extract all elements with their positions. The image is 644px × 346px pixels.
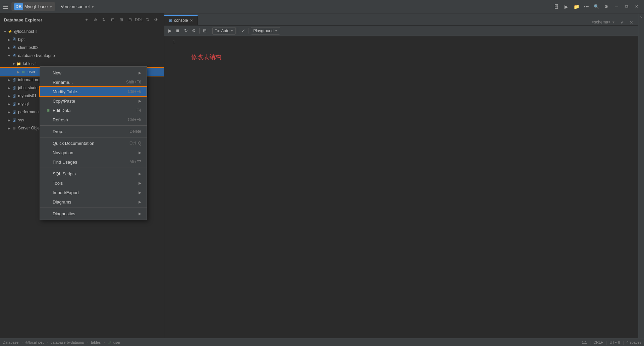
cm-nav-label: Navigation — [53, 150, 137, 155]
cm-modify-label: Modify Table... — [53, 89, 125, 94]
cm-item-tools[interactable]: Tools ▶ — [40, 178, 147, 188]
cm-refresh-shortcut: Ctrl+F5 — [128, 117, 141, 122]
cm-sql-label: SQL Scripts — [53, 171, 137, 176]
cm-sep1 — [40, 125, 147, 126]
cm-rename-shortcut: Shift+F6 — [126, 80, 141, 84]
context-menu: New ▶ Rename... Shift+F6 Modify Table...… — [40, 66, 147, 220]
cm-copy-arrow: ▶ — [139, 99, 141, 103]
cm-item-edit-data[interactable]: ⊞ Edit Data F4 — [40, 106, 147, 115]
cm-item-sql-scripts[interactable]: SQL Scripts ▶ — [40, 169, 147, 178]
cm-item-drop[interactable]: Drop... Delete — [40, 127, 147, 136]
cm-diag-label: Diagnostics — [53, 211, 137, 216]
cm-diagrams-label: Diagrams — [53, 199, 137, 205]
cm-find-shortcut: Alt+F7 — [129, 160, 141, 164]
cm-sep3 — [40, 168, 147, 168]
cm-item-modify-table[interactable]: Modify Table... Ctrl+F6 — [40, 87, 147, 96]
cm-quick-doc-shortcut: Ctrl+Q — [129, 141, 141, 146]
cm-item-diagrams[interactable]: Diagrams ▶ — [40, 197, 147, 207]
cm-item-import-export[interactable]: Import/Export ▶ — [40, 188, 147, 197]
cm-item-find-usages[interactable]: Find Usages Alt+F7 — [40, 157, 147, 167]
cm-sep2 — [40, 137, 147, 137]
cm-quick-doc-label: Quick Documentation — [53, 141, 127, 146]
context-menu-overlay: New ▶ Rename... Shift+F6 Modify Table...… — [0, 0, 644, 346]
cm-tools-label: Tools — [53, 181, 137, 186]
cm-diagrams-arrow: ▶ — [139, 200, 141, 204]
cm-sep4 — [40, 208, 147, 208]
cm-drop-shortcut: Delete — [129, 129, 141, 134]
cm-drop-label: Drop... — [53, 129, 127, 134]
cm-new-arrow: ▶ — [139, 71, 141, 75]
cm-item-refresh[interactable]: Refresh Ctrl+F5 — [40, 115, 147, 124]
cm-edit-icon: ⊞ — [45, 108, 51, 113]
cm-tools-arrow: ▶ — [139, 181, 141, 185]
cm-copy-label: Copy/Paste — [53, 99, 137, 104]
cm-nav-arrow: ▶ — [139, 151, 141, 155]
cm-rename-label: Rename... — [53, 80, 123, 85]
cm-item-rename[interactable]: Rename... Shift+F6 — [40, 77, 147, 87]
cm-refresh-label: Refresh — [53, 117, 125, 122]
cm-edit-label: Edit Data — [53, 108, 134, 113]
cm-import-label: Import/Export — [53, 190, 137, 195]
cm-item-diagnostics[interactable]: Diagnostics ▶ — [40, 209, 147, 218]
cm-item-copy-paste[interactable]: Copy/Paste ▶ — [40, 96, 147, 106]
cm-find-label: Find Usages — [53, 160, 127, 165]
cm-item-new[interactable]: New ▶ — [40, 68, 147, 77]
cm-item-navigation[interactable]: Navigation ▶ — [40, 148, 147, 157]
cm-edit-shortcut: F4 — [137, 108, 141, 113]
cm-modify-shortcut: Ctrl+F6 — [128, 89, 141, 94]
cm-sql-arrow: ▶ — [139, 172, 141, 176]
cm-item-quick-doc[interactable]: Quick Documentation Ctrl+Q — [40, 138, 147, 148]
cm-import-arrow: ▶ — [139, 190, 141, 195]
cm-diag-arrow: ▶ — [139, 212, 141, 216]
cm-new-label: New — [53, 70, 137, 75]
